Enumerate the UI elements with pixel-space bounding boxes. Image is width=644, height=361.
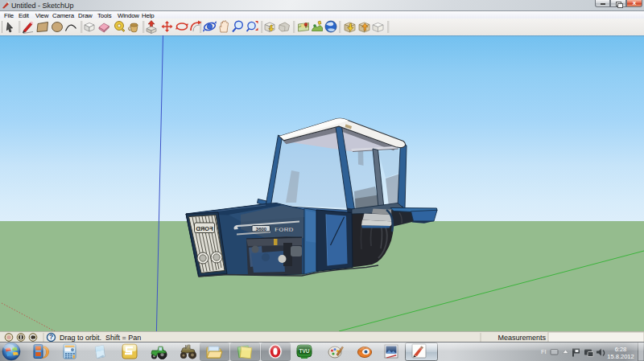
svg-text:Measurements: Measurements — [497, 334, 546, 342]
svg-text:FORD: FORD — [275, 226, 294, 233]
svg-text:Drag to orbit. Shift = Pan: Drag to orbit. Shift = Pan — [60, 334, 141, 342]
svg-text:TVU: TVU — [299, 348, 310, 354]
svg-text:?: ? — [49, 333, 53, 341]
svg-text:15.8.2012: 15.8.2012 — [607, 353, 634, 360]
svg-text:FORD: FORD — [196, 225, 213, 232]
svg-text:3600: 3600 — [256, 227, 267, 232]
svg-text:FI: FI — [541, 348, 547, 355]
svg-text:6:28: 6:28 — [615, 346, 627, 353]
